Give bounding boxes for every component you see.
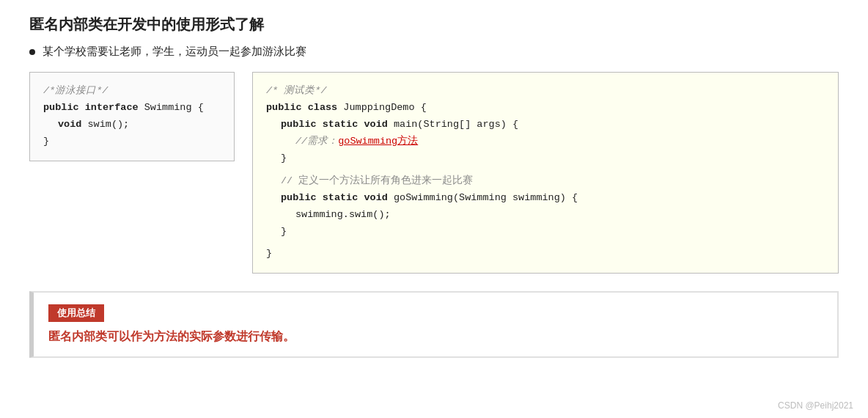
kw-public3: public: [281, 119, 323, 130]
right-line5: // 定义一个方法让所有角色进来一起比赛: [281, 173, 825, 190]
right-line9: }: [266, 246, 825, 263]
left-code-comment: /*游泳接口*/: [43, 83, 221, 100]
right-line8: }: [281, 224, 825, 241]
left-code-line1: public interface Swimming {: [43, 100, 221, 117]
comment-need: //需求：: [295, 136, 338, 147]
kw-void3: void: [364, 192, 394, 203]
right-line7: swimming.swim();: [295, 207, 825, 224]
summary-section: 使用总结 匿名内部类可以作为方法的实际参数进行传输。: [29, 291, 839, 358]
code-blocks-row: /*游泳接口*/ public interface Swimming { voi…: [29, 72, 839, 274]
bullet-point: 某个学校需要让老师，学生，运动员一起参加游泳比赛: [29, 45, 839, 59]
kw-public2: public: [266, 102, 308, 113]
kw-class: class: [308, 102, 344, 113]
right-line6: public static void goSwimming(Swimming s…: [281, 190, 825, 207]
class-name: JumppingDemo {: [343, 102, 426, 113]
right-code-box: /* 测试类*/ public class JumppingDemo { pub…: [252, 72, 839, 274]
kw-public4: public: [281, 192, 323, 203]
kw-void1: void: [58, 119, 88, 130]
right-line2: public static void main(String[] args) {: [281, 117, 825, 133]
go-swimming-sig: goSwimming(Swimming swimming) {: [394, 192, 578, 203]
left-code-box: /*游泳接口*/ public interface Swimming { voi…: [29, 72, 235, 161]
kw-interface: interface: [85, 102, 144, 113]
kw-static1: static: [323, 119, 364, 130]
right-line4: }: [281, 150, 825, 167]
bullet-dot: [29, 49, 35, 55]
right-line1: public class JumppingDemo {: [266, 100, 825, 117]
kw-static2: static: [323, 192, 364, 203]
blank2: [266, 240, 825, 246]
kw-public1: public: [43, 102, 85, 113]
left-code-line2: void swim();: [58, 117, 221, 133]
main-container: 匿名内部类在开发中的使用形式了解 某个学校需要让老师，学生，运动员一起参加游泳比…: [0, 0, 868, 373]
blank1: [266, 167, 825, 173]
left-interface-name: Swimming {: [144, 102, 204, 113]
main-sig: main(String[] args) {: [394, 119, 518, 130]
page-title: 匿名内部类在开发中的使用形式了解: [29, 15, 839, 34]
inline-comment: // 定义一个方法让所有角色进来一起比赛: [281, 175, 473, 186]
kw-void2: void: [364, 119, 394, 130]
summary-tag: 使用总结: [48, 304, 104, 322]
left-code-line3: }: [43, 133, 221, 150]
watermark: CSDN @Peihj2021: [778, 400, 853, 411]
summary-text: 匿名内部类可以作为方法的实际参数进行传输。: [48, 329, 823, 345]
go-swimming-link: goSwimming方法: [338, 136, 418, 147]
left-method: swim();: [88, 119, 130, 130]
right-line3: //需求：goSwimming方法: [295, 133, 825, 150]
right-code-comment: /* 测试类*/: [266, 83, 825, 100]
bullet-text: 某个学校需要让老师，学生，运动员一起参加游泳比赛: [43, 45, 306, 59]
